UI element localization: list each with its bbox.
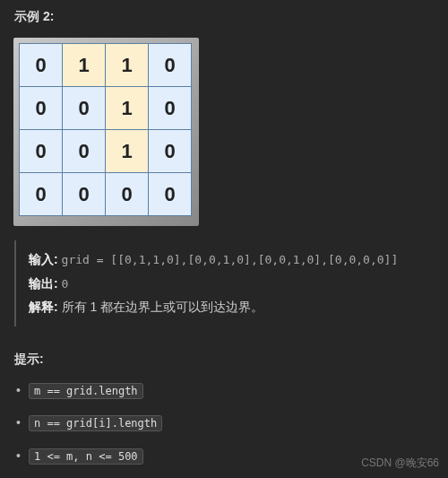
grid-cell: 0	[20, 87, 63, 130]
grid-row: 0000	[20, 173, 192, 216]
grid-row: 0010	[20, 87, 192, 130]
grid-cell: 1	[106, 44, 149, 87]
grid-image-wrapper: 0110001000100000	[13, 38, 199, 226]
grid-cell: 1	[106, 130, 149, 173]
io-input-value: grid = [[0,1,1,0],[0,0,1,0],[0,0,1,0],[0…	[62, 253, 399, 266]
grid-image-inner: 0110001000100000	[19, 43, 192, 216]
grid-cell: 1	[106, 87, 149, 130]
grid-row: 0010	[20, 130, 192, 173]
grid-cell: 0	[149, 87, 192, 130]
grid-cell: 0	[149, 44, 192, 87]
example-title: 示例 2:	[14, 9, 434, 25]
io-output-row: 输出: 0	[29, 272, 434, 296]
hint-code: n == grid[i].length	[29, 415, 162, 431]
io-output-value: 0	[62, 277, 69, 291]
hint-code: m == grid.length	[29, 383, 143, 399]
grid-cell: 0	[20, 173, 63, 216]
io-block: 输入: grid = [[0,1,1,0],[0,0,1,0],[0,0,1,0…	[14, 240, 434, 326]
hint-code: 1 <= m, n <= 500	[29, 448, 143, 465]
grid-cell: 0	[63, 130, 106, 173]
io-input-row: 输入: grid = [[0,1,1,0],[0,0,1,0],[0,0,1,0…	[29, 248, 434, 272]
hint-item: n == grid[i].length	[16, 413, 434, 432]
grid-cell: 1	[63, 44, 106, 87]
hint-item: m == grid.length	[16, 380, 434, 400]
watermark: CSDN @晚安66	[361, 456, 439, 471]
grid-cell: 0	[63, 87, 106, 130]
io-explain-value: 所有 1 都在边界上或可以到达边界。	[62, 300, 264, 314]
io-explain-row: 解释: 所有 1 都在边界上或可以到达边界。	[29, 295, 434, 319]
io-explain-label: 解释:	[29, 300, 58, 314]
io-input-label: 输入:	[29, 252, 58, 266]
grid-cell: 0	[149, 173, 192, 216]
grid-cell: 0	[106, 173, 149, 216]
io-output-label: 输出:	[29, 276, 58, 291]
grid-table: 0110001000100000	[19, 43, 192, 216]
grid-cell: 0	[20, 44, 63, 87]
hints-title: 提示:	[14, 352, 434, 368]
grid-cell: 0	[20, 130, 63, 173]
grid-row: 0110	[20, 44, 192, 87]
grid-cell: 0	[63, 173, 106, 216]
grid-cell: 0	[149, 130, 192, 173]
